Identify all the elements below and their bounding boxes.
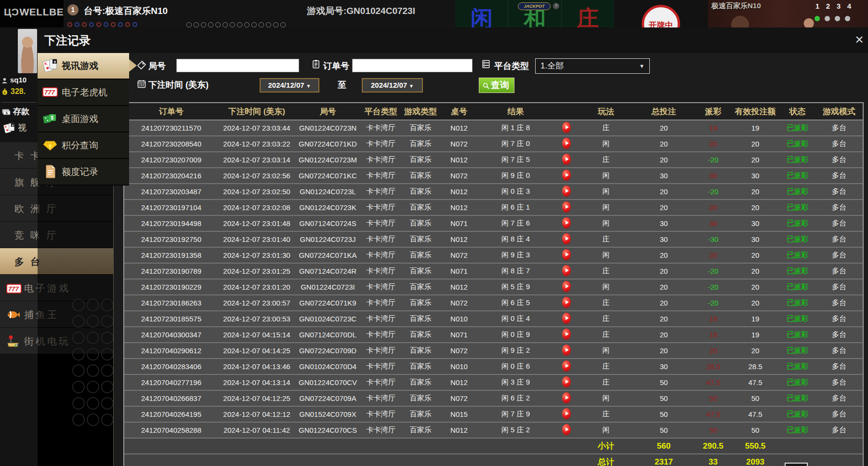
screen: ЦƆWELLBET 1 台号:极速百家乐N10 游戏局号:GN01024C072… (0, 0, 868, 466)
valid-bet-cell: 19 (731, 327, 779, 343)
replay-play-icon[interactable] (562, 281, 571, 292)
avatar[interactable] (18, 29, 37, 73)
lobby-item-多台[interactable]: 多台 (0, 248, 113, 274)
lobby-item-欧洲厅[interactable]: 欧洲厅 (0, 195, 113, 221)
replay-play-icon[interactable] (562, 408, 571, 419)
svg-text:$: $ (6, 111, 8, 115)
bead-dot (132, 22, 137, 27)
order-id-cell: 241207230186263 (124, 295, 218, 311)
lobby-item-电子游戏[interactable]: 777电子游戏 (0, 275, 113, 301)
replay-play-icon[interactable] (562, 424, 571, 435)
replay-play-icon[interactable] (562, 233, 571, 244)
sidebar-item-电子老虎机[interactable]: 777电子老虎机 (38, 80, 129, 106)
bet-zone-3[interactable]: 庄 (562, 0, 614, 27)
sidebar-item-视讯游戏[interactable]: K♥9视讯游戏 (38, 53, 129, 80)
status-cell: 已派彩 (779, 215, 815, 231)
bet-time-cell: 2024-12-07 23:03:22 (218, 136, 295, 152)
jackpot-help-icon[interactable]: ? (553, 3, 559, 9)
logo-area: ЦƆWELLBET (0, 0, 64, 27)
replay-cell (553, 152, 579, 168)
sidebar-item-积分查询[interactable]: 积分查询 (38, 133, 129, 159)
bead-empty-dot (215, 22, 221, 27)
column-header: 局号 (295, 103, 360, 120)
payout-cell: 20 (695, 136, 731, 152)
dim-bead (101, 397, 114, 410)
total-bet-cell: 20 (632, 327, 695, 343)
grand-total-payout: 33 (695, 454, 731, 466)
order-input[interactable] (352, 59, 473, 72)
game-type-cell: 百家乐 (401, 279, 440, 295)
replay-play-icon[interactable] (562, 122, 571, 133)
platform-cell: 卡卡湾厅 (360, 200, 401, 215)
round-id-cell: GN07224C071KD (295, 136, 360, 152)
table-no-cell: N010 (440, 359, 478, 374)
deposit-button[interactable]: $存款 (2, 106, 29, 117)
wellbet-logo: ЦƆWELLBET (4, 6, 70, 18)
lobby-item-竞咪厅[interactable]: 竞咪厅 (0, 222, 113, 248)
bet-zone-1[interactable]: 闲 (455, 0, 508, 27)
replay-play-icon[interactable] (562, 329, 571, 340)
replay-play-icon[interactable] (562, 360, 571, 372)
video-games-tab[interactable]: K♥9视 (3, 122, 26, 134)
valid-bet-cell: 20 (731, 152, 779, 168)
total-bet-cell: 20 (632, 279, 695, 295)
column-header: 玩法 (579, 103, 632, 120)
table-row: 2412070402641952024-12-07 04:12:12GN0152… (124, 406, 863, 422)
total-bet-cell: 50 (632, 374, 695, 390)
round-input[interactable] (176, 59, 299, 72)
platform-cell: 卡卡湾厅 (360, 422, 401, 438)
sidebar-item-label: 积分查询 (62, 139, 98, 152)
valid-bet-cell: 47.5 (731, 406, 779, 422)
close-icon[interactable]: × (851, 31, 868, 49)
round-id-cell: GN07224C071K9 (295, 295, 360, 311)
replay-play-icon[interactable] (562, 217, 571, 228)
round-id-cell: GN01224C0723L (295, 184, 360, 200)
doc-icon (42, 163, 58, 180)
platform-cell: 卡卡湾厅 (360, 263, 401, 279)
order-filter-label: 订单号 (323, 60, 349, 72)
replay-cell (553, 168, 579, 184)
game-mode-cell: 多台 (815, 279, 863, 295)
platform-select[interactable]: 1.全部▼ (535, 58, 650, 74)
sidebar-item-额度记录[interactable]: 额度记录 (38, 159, 129, 186)
result-cell: 闲 5 庄 9 (478, 279, 553, 295)
platform-cell: 卡卡湾厅 (360, 343, 401, 359)
replay-play-icon[interactable] (562, 186, 571, 197)
game-mode-cell: 多台 (815, 136, 863, 152)
pagination-box[interactable] (785, 463, 808, 466)
replay-play-icon[interactable] (562, 154, 571, 165)
search-button[interactable]: 查询 (479, 78, 514, 93)
replay-play-icon[interactable] (562, 201, 571, 213)
bet-time-cell: 2024-12-07 23:01:48 (218, 215, 295, 231)
bead-empty-dot (223, 22, 228, 27)
seat-number: 2 (823, 2, 833, 10)
dim-bead (72, 332, 85, 344)
chevron-down-icon: ▼ (639, 59, 644, 73)
status-cell: 已派彩 (779, 168, 815, 184)
replay-play-icon[interactable] (562, 138, 571, 149)
column-header: 有效投注额 (731, 103, 779, 120)
date-to-select[interactable]: 2024/12/07▼ (362, 78, 423, 93)
replay-play-icon[interactable] (562, 345, 571, 356)
empty-cell (779, 438, 863, 454)
replay-play-icon[interactable] (562, 392, 571, 403)
lobby-item-label: 电子游戏 (24, 282, 70, 295)
replay-play-icon[interactable] (562, 265, 571, 276)
bet-time-cell: 2024-12-07 04:11:42 (218, 422, 295, 438)
sidebar-item-桌面游戏[interactable]: $桌面游戏 (38, 106, 129, 133)
replay-play-icon[interactable] (562, 297, 571, 308)
money-bag-icon: $ (1, 88, 8, 95)
replay-play-icon[interactable] (562, 170, 571, 181)
bet-time-cell: 2024-12-07 23:02:56 (218, 168, 295, 184)
date-from-select[interactable]: 2024/12/07▼ (260, 78, 319, 93)
bet-time-cell: 2024-12-07 04:13:14 (218, 374, 295, 390)
total-bet-cell: 20 (632, 247, 695, 263)
order-id-cell: 241207040290612 (124, 343, 218, 359)
replay-play-icon[interactable] (562, 249, 571, 260)
game-round-label: 游戏局号:GN01024C0723I (307, 5, 415, 17)
bet-time-cell: 2024-12-07 23:01:30 (218, 247, 295, 263)
table-row: 2412070403003472024-12-07 04:15:14GN0712… (124, 327, 863, 343)
valid-bet-cell: 20 (731, 184, 779, 200)
replay-play-icon[interactable] (562, 313, 571, 324)
replay-play-icon[interactable] (562, 376, 571, 387)
